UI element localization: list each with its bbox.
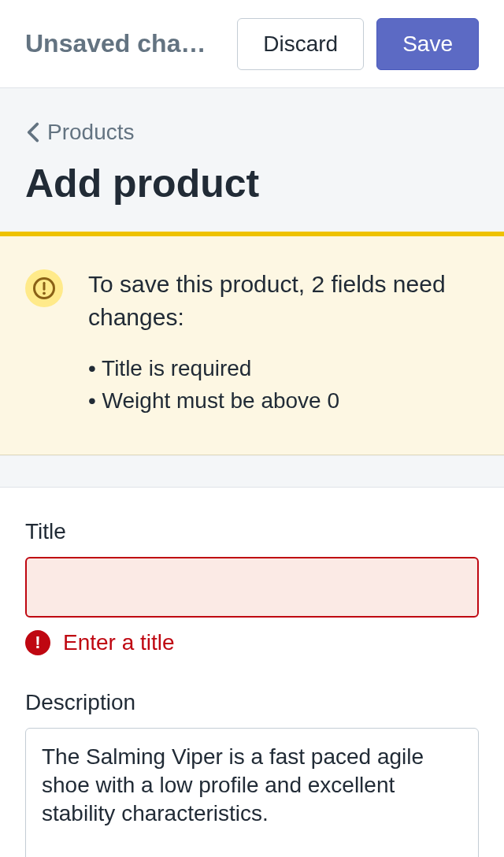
description-label: Description: [25, 690, 479, 715]
warning-item: Weight must be above 0: [88, 385, 479, 417]
topbar: Unsaved cha… Discard Save: [0, 0, 504, 88]
warning-body: To save this product, 2 fields need chan…: [88, 268, 479, 417]
form-card: Title ! Enter a title Description: [0, 487, 504, 857]
description-input[interactable]: [25, 728, 479, 857]
breadcrumb-label: Products: [47, 120, 135, 145]
warning-item: Title is required: [88, 353, 479, 385]
error-icon: !: [25, 630, 50, 655]
page-header: Products Add product: [0, 88, 504, 232]
chevron-left-icon: [25, 121, 41, 143]
breadcrumb-products[interactable]: Products: [25, 120, 135, 145]
discard-button[interactable]: Discard: [237, 18, 364, 70]
title-label: Title: [25, 519, 479, 544]
title-error: ! Enter a title: [25, 630, 479, 655]
page-title: Add product: [25, 161, 479, 206]
title-field: Title ! Enter a title: [25, 519, 479, 655]
unsaved-changes-label: Unsaved cha…: [25, 29, 224, 58]
warning-icon: [25, 269, 63, 307]
svg-point-2: [43, 291, 46, 295]
save-button[interactable]: Save: [376, 18, 479, 70]
warning-heading: To save this product, 2 fields need chan…: [88, 268, 479, 334]
warning-banner: To save this product, 2 fields need chan…: [0, 232, 504, 455]
title-error-text: Enter a title: [63, 630, 175, 655]
title-input[interactable]: [25, 557, 479, 617]
description-field: Description: [25, 690, 479, 857]
warning-list: Title is required Weight must be above 0: [88, 353, 479, 417]
